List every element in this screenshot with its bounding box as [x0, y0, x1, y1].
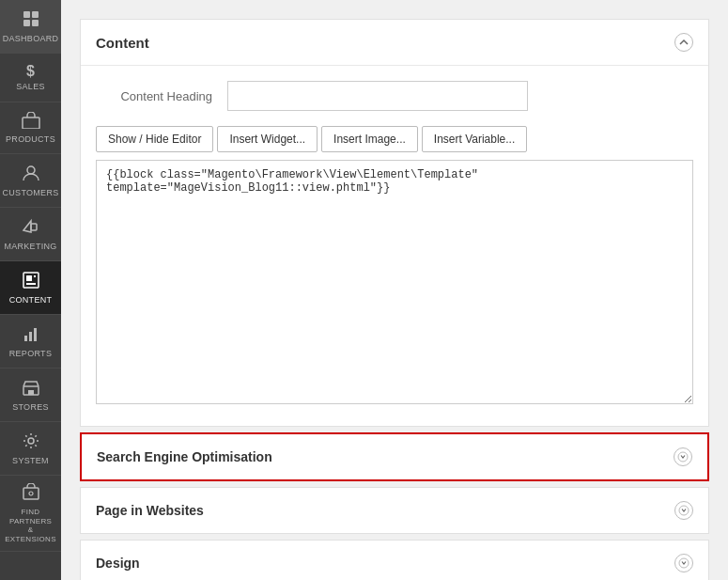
- sales-icon: $: [26, 64, 35, 79]
- svg-point-21: [679, 506, 689, 515]
- content-section: Content Content Heading Show / Hide Edit…: [80, 19, 709, 427]
- content-section-title: Content: [96, 35, 149, 51]
- svg-point-22: [679, 558, 689, 568]
- svg-rect-0: [23, 11, 30, 18]
- sidebar-item-dashboard-label: DASHBOARD: [3, 34, 59, 43]
- svg-point-17: [28, 438, 34, 444]
- content-heading-label: Content Heading: [96, 89, 227, 103]
- editor-toolbar: Show / Hide Editor Insert Widget... Inse…: [96, 126, 693, 152]
- seo-section-header[interactable]: Search Engine Optimisation: [82, 434, 707, 479]
- design-section: Design: [80, 540, 709, 580]
- svg-rect-11: [26, 283, 36, 285]
- page-in-websites-title: Page in Websites: [96, 503, 204, 518]
- customers-icon: [22, 164, 40, 185]
- products-icon: [22, 112, 40, 132]
- sidebar-item-content-label: CONTENT: [9, 295, 53, 305]
- sidebar-item-system-label: SYSTEM: [12, 456, 49, 465]
- design-title: Design: [96, 556, 140, 571]
- insert-image-button[interactable]: Insert Image...: [321, 126, 418, 152]
- sidebar-item-reports-label: REPORTS: [9, 349, 52, 358]
- page-in-websites-chevron: [674, 501, 693, 520]
- content-section-header[interactable]: Content: [81, 20, 708, 65]
- page-in-websites-header[interactable]: Page in Websites: [81, 488, 708, 533]
- show-hide-editor-button[interactable]: Show / Hide Editor: [96, 126, 213, 152]
- svg-point-19: [29, 492, 33, 495]
- sidebar-item-marketing[interactable]: MARKETING: [0, 208, 61, 261]
- svg-rect-2: [23, 20, 30, 26]
- svg-rect-4: [23, 118, 39, 129]
- sidebar-item-system[interactable]: SYSTEM: [0, 422, 61, 476]
- insert-widget-button[interactable]: Insert Widget...: [217, 126, 318, 152]
- content-heading-row: Content Heading: [96, 81, 693, 111]
- dashboard-icon: [22, 9, 40, 31]
- sidebar-item-marketing-label: MARKETING: [4, 242, 56, 251]
- sidebar-item-dashboard[interactable]: DASHBOARD: [0, 0, 61, 54]
- seo-section-chevron: [674, 447, 692, 466]
- design-chevron: [674, 554, 693, 572]
- sidebar-item-stores[interactable]: STORES: [0, 368, 61, 422]
- find-partners-icon: [22, 483, 40, 505]
- sidebar-item-customers[interactable]: CUSTOMERS: [0, 154, 61, 208]
- seo-section: Search Engine Optimisation: [80, 432, 709, 481]
- content-icon: [22, 271, 40, 292]
- svg-point-5: [27, 166, 35, 174]
- sidebar-item-products-label: PRODUCTS: [6, 134, 55, 144]
- editor-textarea[interactable]: {{block class="Magento\Framework\View\El…: [96, 160, 693, 404]
- editor-container: {{block class="Magento\Framework\View\El…: [96, 160, 693, 407]
- svg-rect-9: [26, 275, 32, 281]
- stores-icon: [22, 378, 40, 400]
- svg-rect-3: [32, 20, 39, 26]
- sidebar-item-products[interactable]: PRODUCTS: [0, 102, 61, 154]
- content-section-body: Content Heading Show / Hide Editor Inser…: [81, 65, 708, 426]
- main-content: Content Content Heading Show / Hide Edit…: [61, 0, 728, 580]
- svg-rect-10: [34, 275, 36, 277]
- sidebar-item-find-partners-label: FIND PARTNERS& EXTENSIONS: [4, 508, 57, 543]
- sidebar: DASHBOARD $ SALES PRODUCTS CUSTOMERS: [0, 0, 61, 580]
- sidebar-item-find-partners[interactable]: FIND PARTNERS& EXTENSIONS: [0, 476, 61, 552]
- seo-section-title: Search Engine Optimisation: [97, 449, 272, 464]
- sidebar-item-sales[interactable]: $ SALES: [0, 54, 61, 102]
- system-icon: [22, 431, 40, 453]
- svg-rect-16: [28, 390, 34, 395]
- content-section-chevron: [674, 33, 693, 52]
- svg-marker-6: [23, 221, 31, 232]
- reports-icon: [22, 324, 40, 346]
- svg-rect-13: [29, 332, 32, 341]
- page-in-websites-section: Page in Websites: [80, 487, 709, 534]
- content-heading-input[interactable]: [227, 81, 528, 111]
- sidebar-item-content[interactable]: CONTENT: [0, 261, 61, 315]
- sidebar-item-customers-label: CUSTOMERS: [2, 188, 58, 197]
- svg-rect-18: [23, 488, 39, 499]
- insert-variable-button[interactable]: Insert Variable...: [422, 126, 527, 152]
- svg-rect-1: [32, 11, 39, 18]
- svg-rect-7: [31, 224, 37, 230]
- sidebar-item-sales-label: SALES: [16, 82, 45, 91]
- marketing-icon: [22, 217, 40, 239]
- svg-point-20: [678, 452, 688, 462]
- design-header[interactable]: Design: [81, 541, 708, 580]
- sidebar-item-reports[interactable]: REPORTS: [0, 315, 61, 368]
- sidebar-item-stores-label: STORES: [12, 402, 49, 412]
- svg-rect-14: [34, 328, 37, 341]
- svg-rect-12: [24, 336, 27, 341]
